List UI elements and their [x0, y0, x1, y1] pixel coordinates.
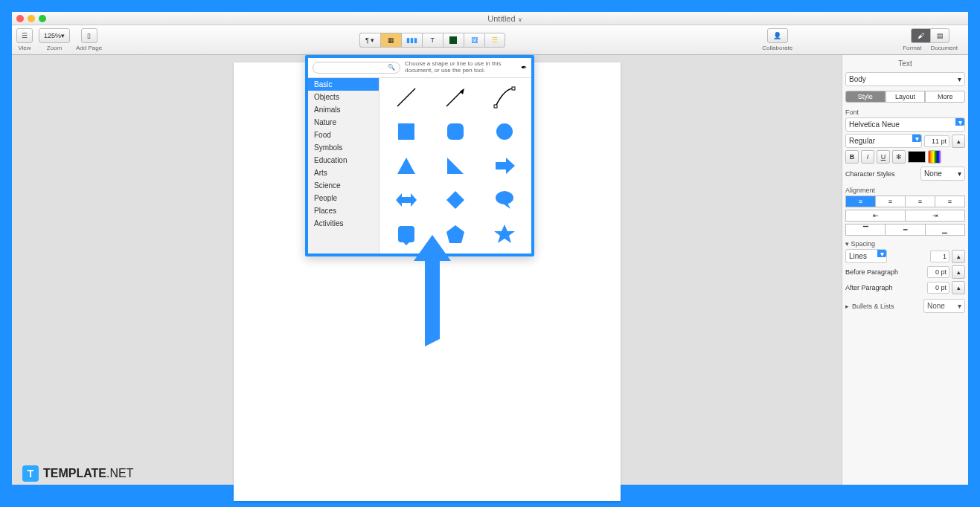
shape-cat-basic[interactable]: Basic — [308, 78, 379, 91]
shape-circle[interactable] — [481, 115, 528, 148]
spacing-disclosure[interactable]: ▾ Spacing — [845, 240, 965, 248]
format-inspector: Text Body▾ Style Layout More Font Helvet… — [842, 55, 968, 485]
shape-arrow-line[interactable] — [432, 81, 479, 114]
after-paragraph-stepper[interactable]: ▴ — [952, 281, 965, 294]
valign-top-button[interactable]: ▔ — [845, 224, 885, 236]
svg-line-0 — [397, 88, 415, 106]
indent-button[interactable]: ⇥ — [905, 210, 965, 222]
close-window-icon[interactable] — [16, 15, 24, 22]
shape-cat-symbols[interactable]: Symbols — [308, 141, 379, 154]
align-left-button[interactable]: ≡ — [845, 196, 875, 207]
shape-arrow-right[interactable] — [481, 149, 528, 182]
shape-cat-activities[interactable]: Activities — [308, 217, 379, 230]
underline-button[interactable]: U — [877, 150, 890, 164]
zoom-select[interactable]: 125% ▾ — [39, 28, 70, 43]
tab-layout[interactable]: Layout — [885, 91, 926, 103]
shape-cat-education[interactable]: Education — [308, 154, 379, 167]
shape-cat-objects[interactable]: Objects — [308, 91, 379, 103]
outdent-button[interactable]: ⇤ — [845, 210, 905, 222]
shape-cat-science[interactable]: Science — [308, 179, 379, 192]
shape-cat-food[interactable]: Food — [308, 129, 379, 141]
shape-triangle[interactable] — [382, 149, 430, 182]
shape-speech-bubble[interactable] — [481, 184, 528, 216]
char-styles-label: Character Styles — [845, 170, 918, 178]
line-spacing-select[interactable]: Lines▾ — [845, 249, 887, 263]
insert-text-button[interactable]: T — [422, 33, 443, 48]
insert-chart-button[interactable]: ▮▮▮ — [401, 33, 422, 48]
document-label: Document — [931, 45, 958, 51]
svg-marker-2 — [460, 88, 464, 94]
svg-marker-16 — [403, 242, 409, 245]
font-color-swatch[interactable] — [908, 151, 926, 163]
svg-marker-14 — [503, 203, 510, 209]
align-right-button[interactable]: ≡ — [905, 196, 935, 207]
font-gear-button[interactable]: ✻ — [892, 150, 906, 164]
view-button[interactable]: ☰ — [16, 28, 33, 43]
font-section-label: Font — [845, 109, 965, 116]
shape-cat-places[interactable]: Places — [308, 204, 379, 217]
char-styles-select[interactable]: None▾ — [920, 167, 965, 181]
align-justify-button[interactable]: ≡ — [935, 196, 965, 207]
align-center-button[interactable]: ≡ — [875, 196, 905, 207]
shape-rounded-square[interactable] — [432, 115, 479, 148]
shape-category-list: Basic Objects Animals Nature Food Symbol… — [308, 78, 379, 254]
insert-table-button[interactable]: ▦ — [380, 33, 401, 48]
font-style-select[interactable]: Regular▾ — [845, 134, 922, 148]
collaborate-button[interactable]: 👤 — [767, 28, 788, 43]
tab-more[interactable]: More — [925, 91, 965, 103]
svg-marker-12 — [446, 191, 464, 209]
shapes-hint: Choose a shape or line to use in this do… — [405, 61, 516, 74]
font-size-input[interactable]: 11 pt — [924, 135, 949, 147]
before-paragraph-stepper[interactable]: ▴ — [952, 265, 965, 279]
after-paragraph-value[interactable]: 0 pt — [927, 282, 949, 294]
document-button[interactable]: ▤ — [930, 28, 949, 43]
shape-cat-arts[interactable]: Arts — [308, 167, 379, 179]
insert-media-button[interactable]: 🖼 — [464, 33, 484, 48]
format-button[interactable]: 🖌 — [911, 28, 930, 43]
font-color-picker[interactable] — [928, 150, 941, 164]
after-paragraph-label: After Paragraph — [845, 284, 925, 291]
svg-rect-6 — [447, 123, 464, 140]
shape-arrow-lr[interactable] — [382, 184, 430, 216]
annotation-arrow-icon — [414, 235, 451, 346]
collaborate-label: Collaborate — [762, 45, 792, 51]
bullets-select[interactable]: None▾ — [923, 299, 965, 313]
shape-square[interactable] — [382, 115, 430, 148]
svg-rect-3 — [494, 105, 497, 108]
zoom-label: Zoom — [47, 45, 62, 51]
add-page-label: Add Page — [76, 45, 102, 51]
minimize-window-icon[interactable] — [28, 15, 35, 22]
before-paragraph-label: Before Paragraph — [845, 268, 925, 276]
shape-grid — [379, 78, 531, 254]
line-spacing-value[interactable]: 1 — [930, 251, 949, 262]
add-page-button[interactable]: ▯ — [81, 28, 97, 43]
shape-star[interactable] — [481, 218, 528, 251]
svg-point-7 — [496, 123, 513, 140]
shape-diamond[interactable] — [432, 184, 479, 216]
shape-curve[interactable] — [481, 81, 528, 114]
valign-middle-button[interactable]: ━ — [885, 224, 924, 236]
shapes-popover: 🔍 Choose a shape or line to use in this … — [305, 55, 534, 256]
font-family-select[interactable]: Helvetica Neue▾ — [845, 117, 965, 132]
traffic-lights — [16, 15, 46, 22]
valign-bottom-button[interactable]: ▁ — [925, 224, 965, 236]
shape-cat-animals[interactable]: Animals — [308, 103, 379, 116]
shapes-search-input[interactable]: 🔍 — [313, 62, 400, 74]
fullscreen-window-icon[interactable] — [39, 15, 46, 22]
pen-tool-icon[interactable]: ✒ — [521, 63, 527, 71]
shape-right-triangle[interactable] — [432, 149, 479, 182]
shape-line[interactable] — [382, 81, 430, 114]
line-spacing-stepper[interactable]: ▴ — [952, 250, 965, 263]
font-size-stepper[interactable]: ▴ — [952, 135, 965, 148]
italic-button[interactable]: I — [861, 150, 874, 164]
paragraph-style-select[interactable]: Body▾ — [845, 72, 965, 86]
shape-cat-nature[interactable]: Nature — [308, 116, 379, 129]
bullets-disclosure[interactable]: ▸ Bullets & Lists None▾ — [845, 299, 965, 313]
before-paragraph-value[interactable]: 0 pt — [927, 266, 949, 278]
insert-shape-button[interactable] — [443, 33, 464, 48]
shape-cat-people[interactable]: People — [308, 192, 379, 204]
insert-paragraph-button[interactable]: ¶ ▾ — [359, 33, 380, 48]
insert-comment-button[interactable]: ☰ — [484, 33, 505, 48]
tab-style[interactable]: Style — [845, 91, 885, 103]
bold-button[interactable]: B — [845, 150, 859, 164]
